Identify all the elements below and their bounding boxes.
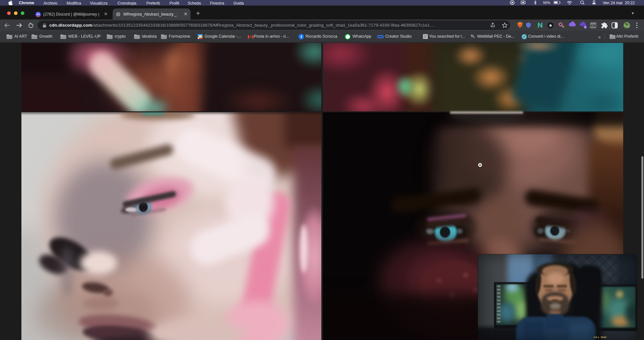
svg-text:KW: KW (590, 24, 596, 28)
svg-text:56%: 56% (543, 1, 550, 5)
svg-text:»: » (598, 34, 601, 40)
svg-text:✱: ✱ (549, 23, 552, 28)
svg-text:5: 5 (584, 26, 586, 29)
svg-text:31: 31 (199, 35, 202, 39)
